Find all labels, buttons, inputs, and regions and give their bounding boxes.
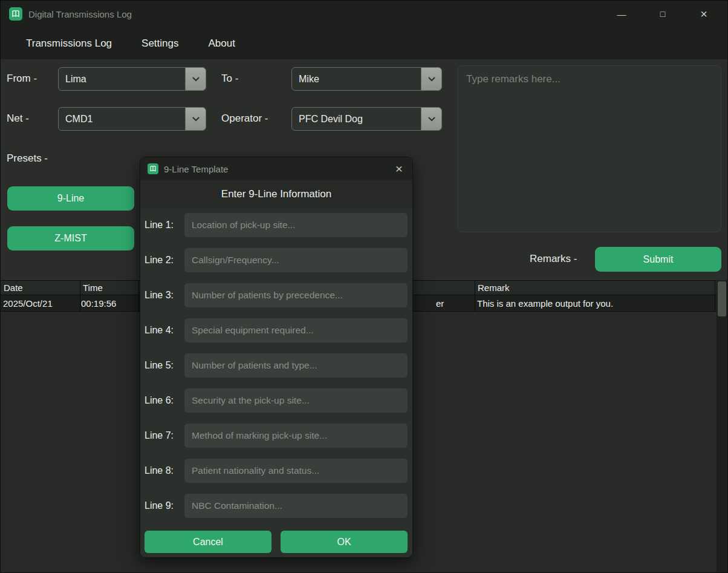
menu-transmissions-log[interactable]: Transmissions Log <box>26 38 112 50</box>
line-5-label: Line 5: <box>145 353 183 378</box>
menu-settings[interactable]: Settings <box>141 38 178 50</box>
line-1-input[interactable] <box>184 213 408 237</box>
line-8-label: Line 8: <box>145 459 183 483</box>
ok-button[interactable]: OK <box>281 531 408 553</box>
nine-line-dialog: 9-Line Template × Enter 9-Line Informati… <box>140 157 413 558</box>
submit-button[interactable]: Submit <box>595 247 721 272</box>
net-label: Net - <box>7 113 29 125</box>
net-dropdown-value: CMD1 <box>59 108 185 130</box>
from-dropdown[interactable]: Lima <box>58 67 206 91</box>
from-label: From - <box>7 73 37 85</box>
dialog-title-bar: 9-Line Template × <box>140 157 412 180</box>
chevron-down-icon[interactable] <box>421 108 441 130</box>
remarks-label: Remarks - <box>530 253 577 265</box>
cell-partial: er <box>436 295 444 311</box>
operator-dropdown[interactable]: PFC Devil Dog <box>291 107 442 131</box>
scrollbar-thumb[interactable] <box>718 281 726 316</box>
line-1-label: Line 1: <box>145 213 183 237</box>
column-divider <box>475 280 475 312</box>
app-icon <box>9 7 22 21</box>
line-8-input[interactable] <box>184 459 408 483</box>
column-divider <box>715 280 715 312</box>
line-2-label: Line 2: <box>145 248 183 272</box>
cell-time: 00:19:56 <box>81 295 116 311</box>
dialog-title: 9-Line Template <box>164 164 228 174</box>
app-icon <box>148 163 158 174</box>
column-divider <box>80 280 80 312</box>
line-2-input[interactable] <box>184 248 408 272</box>
title-bar: Digital Transmissions Log — □ × <box>1 1 727 27</box>
line-3-input[interactable] <box>184 283 408 307</box>
window-title: Digital Transmissions Log <box>28 9 132 19</box>
to-label: To - <box>221 73 238 85</box>
remarks-input[interactable] <box>457 65 721 232</box>
line-6-label: Line 6: <box>145 388 183 413</box>
operator-label: Operator - <box>221 113 268 125</box>
cell-date: 2025/Oct/21 <box>3 295 53 311</box>
app-window: Digital Transmissions Log — □ × Transmis… <box>0 0 728 573</box>
operator-dropdown-value: PFC Devil Dog <box>292 108 421 130</box>
column-header-time: Time <box>83 281 103 295</box>
line-3-label: Line 3: <box>145 283 183 307</box>
chevron-down-icon[interactable] <box>185 108 206 130</box>
dialog-heading: Enter 9-Line Information <box>140 180 412 208</box>
from-dropdown-value: Lima <box>59 68 185 90</box>
column-header-remark: Remark <box>478 281 510 295</box>
line-7-input[interactable] <box>184 424 408 448</box>
maximize-icon[interactable]: □ <box>649 1 677 27</box>
column-divider <box>138 280 139 312</box>
line-5-input[interactable] <box>184 353 408 378</box>
column-header-date: Date <box>4 281 23 295</box>
net-dropdown[interactable]: CMD1 <box>58 107 206 131</box>
line-6-input[interactable] <box>184 388 408 413</box>
line-4-input[interactable] <box>184 318 408 342</box>
to-dropdown[interactable]: Mike <box>291 67 442 91</box>
nine-line-button[interactable]: 9-Line <box>7 186 134 211</box>
menu-bar: Transmissions Log Settings About <box>1 27 727 59</box>
to-dropdown-value: Mike <box>292 68 421 90</box>
menu-about[interactable]: About <box>208 38 235 50</box>
zmist-button[interactable]: Z-MIST <box>7 226 134 250</box>
presets-label: Presets - <box>7 152 48 165</box>
chevron-down-icon[interactable] <box>421 68 441 90</box>
minimize-icon[interactable]: — <box>608 1 635 27</box>
line-7-label: Line 7: <box>145 424 183 448</box>
cell-remark: This is an example output for you. <box>477 295 613 311</box>
chevron-down-icon[interactable] <box>185 68 206 90</box>
line-9-label: Line 9: <box>145 494 183 518</box>
line-4-label: Line 4: <box>145 318 183 342</box>
cancel-button[interactable]: Cancel <box>145 531 271 553</box>
window-controls: — □ × <box>608 1 718 27</box>
top-bar: Digital Transmissions Log — □ × Transmis… <box>1 1 727 59</box>
line-9-input[interactable] <box>184 494 408 518</box>
dialog-close-icon[interactable]: × <box>386 157 412 180</box>
close-icon[interactable]: × <box>690 1 718 27</box>
table-scrollbar[interactable] <box>717 280 727 572</box>
